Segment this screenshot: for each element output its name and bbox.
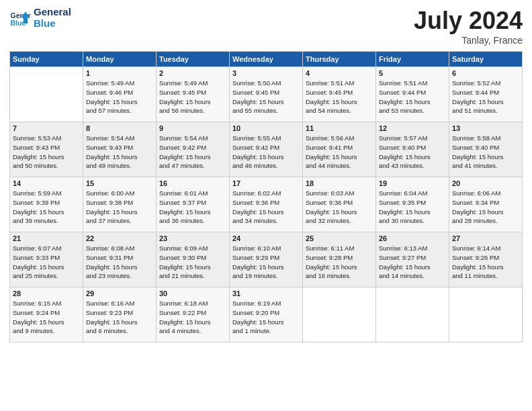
header-cell-friday: Friday	[376, 52, 449, 67]
calendar-cell: 17Sunrise: 6:02 AM Sunset: 9:36 PM Dayli…	[230, 177, 303, 232]
calendar-cell	[10, 67, 83, 122]
cell-info: Sunrise: 5:50 AM Sunset: 9:45 PM Dayligh…	[232, 79, 300, 116]
cell-info: Sunrise: 6:07 AM Sunset: 9:33 PM Dayligh…	[13, 244, 80, 281]
day-number: 26	[379, 234, 446, 242]
day-number: 30	[159, 289, 226, 298]
day-number: 2	[159, 69, 226, 77]
cell-info: Sunrise: 6:02 AM Sunset: 9:36 PM Dayligh…	[232, 189, 300, 226]
cell-info: Sunrise: 6:13 AM Sunset: 9:27 PM Dayligh…	[379, 244, 446, 281]
calendar-cell: 3Sunrise: 5:50 AM Sunset: 9:45 PM Daylig…	[230, 67, 303, 122]
header-cell-wednesday: Wednesday	[230, 52, 303, 67]
logo-general: General	[34, 7, 71, 18]
cell-info: Sunrise: 5:49 AM Sunset: 9:45 PM Dayligh…	[159, 79, 226, 116]
logo-blue: Blue	[34, 18, 71, 30]
calendar-cell: 28Sunrise: 6:15 AM Sunset: 9:24 PM Dayli…	[10, 287, 83, 342]
calendar-cell: 14Sunrise: 5:59 AM Sunset: 9:39 PM Dayli…	[10, 177, 83, 232]
calendar-cell: 4Sunrise: 5:51 AM Sunset: 9:45 PM Daylig…	[303, 67, 376, 122]
month-title: July 2024	[414, 7, 523, 35]
header-cell-monday: Monday	[83, 52, 157, 67]
cell-info: Sunrise: 5:56 AM Sunset: 9:41 PM Dayligh…	[306, 134, 373, 171]
calendar-cell: 20Sunrise: 6:06 AM Sunset: 9:34 PM Dayli…	[449, 177, 523, 232]
calendar-body: 1Sunrise: 5:49 AM Sunset: 9:46 PM Daylig…	[10, 67, 523, 342]
calendar-cell: 27Sunrise: 6:14 AM Sunset: 9:26 PM Dayli…	[449, 232, 523, 287]
calendar-cell: 8Sunrise: 5:54 AM Sunset: 9:43 PM Daylig…	[83, 122, 157, 177]
cell-info: Sunrise: 6:11 AM Sunset: 9:28 PM Dayligh…	[306, 244, 373, 281]
calendar-cell: 29Sunrise: 6:16 AM Sunset: 9:23 PM Dayli…	[83, 287, 157, 342]
cell-info: Sunrise: 5:53 AM Sunset: 9:43 PM Dayligh…	[13, 134, 80, 171]
week-row: 21Sunrise: 6:07 AM Sunset: 9:33 PM Dayli…	[10, 232, 523, 287]
calendar-cell: 31Sunrise: 6:19 AM Sunset: 9:20 PM Dayli…	[230, 287, 303, 342]
day-number: 6	[452, 69, 519, 77]
day-number: 21	[13, 234, 80, 242]
day-number: 16	[159, 179, 226, 187]
day-number: 5	[379, 69, 446, 77]
calendar-cell: 11Sunrise: 5:56 AM Sunset: 9:41 PM Dayli…	[303, 122, 376, 177]
day-number: 20	[452, 179, 519, 187]
day-number: 10	[232, 124, 300, 132]
header-cell-sunday: Sunday	[10, 52, 83, 67]
cell-info: Sunrise: 6:18 AM Sunset: 9:22 PM Dayligh…	[159, 299, 226, 336]
day-number: 13	[452, 124, 519, 132]
calendar-cell: 19Sunrise: 6:04 AM Sunset: 9:35 PM Dayli…	[376, 177, 449, 232]
day-number: 24	[232, 234, 300, 242]
cell-info: Sunrise: 5:54 AM Sunset: 9:42 PM Dayligh…	[159, 134, 226, 171]
cell-info: Sunrise: 5:55 AM Sunset: 9:42 PM Dayligh…	[232, 134, 300, 171]
calendar-cell: 15Sunrise: 6:00 AM Sunset: 9:38 PM Dayli…	[83, 177, 157, 232]
day-number: 22	[86, 234, 153, 242]
calendar-cell: 1Sunrise: 5:49 AM Sunset: 9:46 PM Daylig…	[83, 67, 157, 122]
day-number: 25	[306, 234, 373, 242]
day-number: 4	[306, 69, 373, 77]
calendar-cell: 25Sunrise: 6:11 AM Sunset: 9:28 PM Dayli…	[303, 232, 376, 287]
day-number: 15	[86, 179, 153, 187]
cell-info: Sunrise: 6:08 AM Sunset: 9:31 PM Dayligh…	[86, 244, 153, 281]
week-row: 7Sunrise: 5:53 AM Sunset: 9:43 PM Daylig…	[10, 122, 523, 177]
calendar-cell: 10Sunrise: 5:55 AM Sunset: 9:42 PM Dayli…	[230, 122, 303, 177]
calendar-cell: 22Sunrise: 6:08 AM Sunset: 9:31 PM Dayli…	[83, 232, 157, 287]
calendar-cell: 12Sunrise: 5:57 AM Sunset: 9:40 PM Dayli…	[376, 122, 449, 177]
day-number: 12	[379, 124, 446, 132]
calendar-cell: 9Sunrise: 5:54 AM Sunset: 9:42 PM Daylig…	[157, 122, 230, 177]
calendar-cell: 5Sunrise: 5:51 AM Sunset: 9:44 PM Daylig…	[376, 67, 449, 122]
calendar-cell: 21Sunrise: 6:07 AM Sunset: 9:33 PM Dayli…	[10, 232, 83, 287]
cell-info: Sunrise: 5:49 AM Sunset: 9:46 PM Dayligh…	[86, 79, 153, 116]
day-number: 28	[13, 289, 80, 298]
day-number: 23	[159, 234, 226, 242]
cell-info: Sunrise: 6:14 AM Sunset: 9:26 PM Dayligh…	[452, 244, 519, 281]
calendar-cell: 6Sunrise: 5:52 AM Sunset: 9:44 PM Daylig…	[449, 67, 523, 122]
cell-info: Sunrise: 5:58 AM Sunset: 9:40 PM Dayligh…	[452, 134, 519, 171]
week-row: 1Sunrise: 5:49 AM Sunset: 9:46 PM Daylig…	[10, 67, 523, 122]
day-number: 31	[232, 289, 300, 298]
cell-info: Sunrise: 6:19 AM Sunset: 9:20 PM Dayligh…	[232, 299, 300, 336]
cell-info: Sunrise: 5:51 AM Sunset: 9:45 PM Dayligh…	[306, 79, 373, 116]
cell-info: Sunrise: 6:15 AM Sunset: 9:24 PM Dayligh…	[13, 299, 80, 336]
day-number: 9	[159, 124, 226, 132]
logo-icon: General Blue	[9, 7, 31, 29]
header-cell-tuesday: Tuesday	[157, 52, 230, 67]
cell-info: Sunrise: 6:03 AM Sunset: 9:36 PM Dayligh…	[306, 189, 373, 226]
calendar-cell: 13Sunrise: 5:58 AM Sunset: 9:40 PM Dayli…	[449, 122, 523, 177]
week-row: 14Sunrise: 5:59 AM Sunset: 9:39 PM Dayli…	[10, 177, 523, 232]
header-row: SundayMondayTuesdayWednesdayThursdayFrid…	[10, 52, 523, 67]
cell-info: Sunrise: 5:57 AM Sunset: 9:40 PM Dayligh…	[379, 134, 446, 171]
day-number: 17	[232, 179, 300, 187]
week-row: 28Sunrise: 6:15 AM Sunset: 9:24 PM Dayli…	[10, 287, 523, 342]
calendar-cell: 24Sunrise: 6:10 AM Sunset: 9:29 PM Dayli…	[230, 232, 303, 287]
day-number: 1	[86, 69, 153, 77]
day-number: 27	[452, 234, 519, 242]
day-number: 8	[86, 124, 153, 132]
cell-info: Sunrise: 6:04 AM Sunset: 9:35 PM Dayligh…	[379, 189, 446, 226]
cell-info: Sunrise: 6:06 AM Sunset: 9:34 PM Dayligh…	[452, 189, 519, 226]
cell-info: Sunrise: 5:52 AM Sunset: 9:44 PM Dayligh…	[452, 79, 519, 116]
day-number: 3	[232, 69, 300, 77]
cell-info: Sunrise: 5:51 AM Sunset: 9:44 PM Dayligh…	[379, 79, 446, 116]
calendar-header: SundayMondayTuesdayWednesdayThursdayFrid…	[10, 52, 523, 67]
day-number: 29	[86, 289, 153, 298]
calendar-table: SundayMondayTuesdayWednesdayThursdayFrid…	[9, 51, 523, 342]
logo: General Blue General Blue	[9, 7, 71, 29]
day-number: 7	[13, 124, 80, 132]
header: General Blue General Blue July 2024 Tanl…	[9, 7, 523, 46]
cell-info: Sunrise: 5:59 AM Sunset: 9:39 PM Dayligh…	[13, 189, 80, 226]
cell-info: Sunrise: 6:10 AM Sunset: 9:29 PM Dayligh…	[232, 244, 300, 281]
cell-info: Sunrise: 6:00 AM Sunset: 9:38 PM Dayligh…	[86, 189, 153, 226]
title-block: July 2024 Tanlay, France	[414, 7, 523, 46]
